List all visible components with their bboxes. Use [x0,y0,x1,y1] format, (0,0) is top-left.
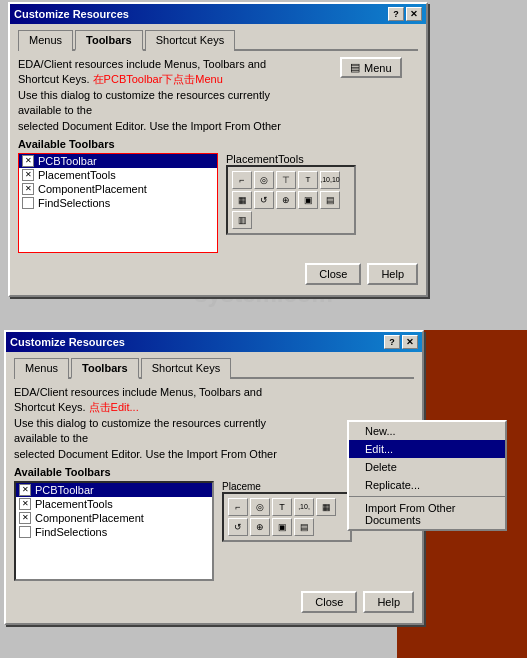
tool-btn-b2[interactable]: ◎ [250,498,270,516]
context-menu: New... Edit... Delete Replicate... Impor… [347,420,507,531]
checkbox-find-bottom[interactable] [19,526,31,538]
top-dialog-buttons: Close Help [18,259,418,289]
checkbox-pcbtoolbar-top[interactable] [22,155,34,167]
tab-menus-bottom[interactable]: Menus [14,358,69,379]
tool-btn-3[interactable]: ⊤ [276,171,296,189]
menu-btn-area-top: ▤ Menu [340,57,402,78]
tool-btn-b8[interactable]: ▣ [272,518,292,536]
bottom-dialog-title: Customize Resources [10,336,125,348]
placement-panel-label-bottom: Placeme [222,481,352,492]
tool-btn-11[interactable]: ▥ [232,211,252,229]
list-item-placement-top[interactable]: PlacementTools [19,168,217,182]
tool-btn-8[interactable]: ⊕ [276,191,296,209]
tool-btn-7[interactable]: ↺ [254,191,274,209]
menu-button-top[interactable]: ▤ Menu [340,57,402,78]
close-button-bottom[interactable]: ✕ [402,335,418,349]
available-toolbars-label-top: Available Toolbars [18,138,418,150]
checkbox-component-top[interactable] [22,183,34,195]
close-btn-bottom[interactable]: Close [301,591,357,613]
list-item-pcbtoolbar-top[interactable]: PCBToolbar [19,154,217,168]
tool-btn-b3[interactable]: T [272,498,292,516]
tool-btn-b4[interactable]: ,10, [294,498,314,516]
menu-icon-top: ▤ [350,61,360,74]
bottom-tabs: Menus Toolbars Shortcut Keys [14,358,414,379]
tab-toolbars-top[interactable]: Toolbars [75,30,143,51]
annotation-edit: 点击Edit... [89,401,139,413]
menu-item-delete[interactable]: Delete [349,458,505,476]
close-btn-top[interactable]: Close [305,263,361,285]
tab-shortcut-bottom[interactable]: Shortcut Keys [141,358,231,379]
help-btn-top[interactable]: Help [367,263,418,285]
placement-panel-top: PlacementTools ⌐ ◎ ⊤ T ,10,10 ▦ ↺ ⊕ ▣ ▤ … [226,153,356,253]
top-dialog: Customize Resources ? ✕ Menus Toolbars S… [8,2,428,297]
tool-btn-1[interactable]: ⌐ [232,171,252,189]
checkbox-pcbtoolbar-bottom[interactable] [19,484,31,496]
placement-panel-label-top: PlacementTools [226,153,356,165]
help-button-bottom[interactable]: ? [384,335,400,349]
checkbox-component-bottom[interactable] [19,512,31,524]
toolbar-listbox-bottom[interactable]: PCBToolbar PlacementTools ComponentPlace… [14,481,214,581]
tool-btn-10[interactable]: ▤ [320,191,340,209]
top-dialog-controls: ? ✕ [388,7,422,21]
menu-item-edit[interactable]: Edit... [349,440,505,458]
tool-btn-b7[interactable]: ⊕ [250,518,270,536]
menu-separator [349,496,505,497]
help-btn-bottom[interactable]: Help [363,591,414,613]
tool-btn-b9[interactable]: ▤ [294,518,314,536]
list-item-pcbtoolbar-bottom[interactable]: PCBToolbar [16,483,212,497]
toolbar-listbox-top[interactable]: PCBToolbar PlacementTools ComponentPlace… [18,153,218,253]
bottom-dialog-buttons: Close Help [14,587,414,617]
bottom-dialog-titlebar: Customize Resources ? ✕ [6,332,422,352]
tool-btn-6[interactable]: ▦ [232,191,252,209]
top-main-area: PCBToolbar PlacementTools ComponentPlace… [18,153,418,253]
menu-item-replicate[interactable]: Replicate... [349,476,505,494]
placement-toolbar-bottom: ⌐ ◎ T ,10, ▦ ↺ ⊕ ▣ ▤ [222,492,352,542]
tool-btn-b1[interactable]: ⌐ [228,498,248,516]
list-item-placement-bottom[interactable]: PlacementTools [16,497,212,511]
list-item-component-top[interactable]: ComponentPlacement [19,182,217,196]
tab-toolbars-bottom[interactable]: Toolbars [71,358,139,379]
top-dialog-titlebar: Customize Resources ? ✕ [10,4,426,24]
menu-item-import[interactable]: Import From Other Documents [349,499,505,529]
tool-btn-5[interactable]: ,10,10 [320,171,340,189]
tool-btn-b5[interactable]: ▦ [316,498,336,516]
close-button-top[interactable]: ✕ [406,7,422,21]
bottom-dialog-controls: ? ✕ [384,335,418,349]
list-item-find-top[interactable]: FindSelections [19,196,217,210]
top-dialog-title: Customize Resources [14,8,129,20]
tool-btn-4[interactable]: T [298,171,318,189]
tab-shortcut-top[interactable]: Shortcut Keys [145,30,235,51]
tab-menus-top[interactable]: Menus [18,30,73,51]
list-item-find-bottom[interactable]: FindSelections [16,525,212,539]
placement-panel-bottom: Placeme ⌐ ◎ T ,10, ▦ ↺ ⊕ ▣ ▤ [222,481,352,581]
checkbox-placement-top[interactable] [22,169,34,181]
list-item-component-bottom[interactable]: ComponentPlacement [16,511,212,525]
top-tabs: Menus Toolbars Shortcut Keys [18,30,418,51]
tool-btn-9[interactable]: ▣ [298,191,318,209]
help-button-top[interactable]: ? [388,7,404,21]
annotation-menu: 在PCBToolbar下点击Menu [93,73,223,85]
checkbox-placement-bottom[interactable] [19,498,31,510]
menu-item-new[interactable]: New... [349,422,505,440]
tool-btn-2[interactable]: ◎ [254,171,274,189]
placement-toolbar-top: ⌐ ◎ ⊤ T ,10,10 ▦ ↺ ⊕ ▣ ▤ ▥ [226,165,356,235]
checkbox-find-top[interactable] [22,197,34,209]
tool-btn-b6[interactable]: ↺ [228,518,248,536]
